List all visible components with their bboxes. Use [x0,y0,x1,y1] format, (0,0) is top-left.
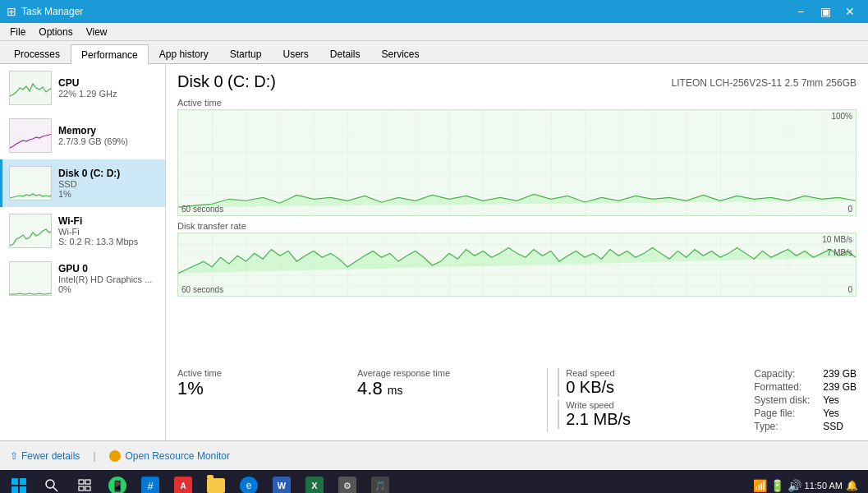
gpu-thumbnail [9,261,52,296]
panel-model: LITEON LCH-256V2S-11 2.5 7mm 256GB [672,77,857,89]
taskbar-tiles[interactable]: # [135,471,166,493]
svg-rect-12 [20,486,26,493]
panel-title: Disk 0 (C: D:) [177,72,276,91]
open-resource-monitor-link[interactable]: Open Resource Monitor [109,450,230,462]
sidebar-item-cpu[interactable]: CPU 22% 1.29 GHz [0,64,165,112]
capacity-key: Capacity: [754,368,810,380]
tab-processes[interactable]: Processes [3,44,71,63]
chart2-top-right: 10 MB/s [822,235,852,244]
memory-thumbnail [9,118,52,153]
right-panel: Disk 0 (C: D:) LITEON LCH-256V2S-11 2.5 … [166,64,868,440]
svg-rect-18 [85,486,90,491]
cpu-thumbnail [9,71,52,105]
write-speed-section: Write speed 2.1 MB/s [558,400,737,429]
maximize-button[interactable]: ▣ [814,2,837,21]
minimize-button[interactable]: − [789,2,812,21]
taskbar-app3[interactable]: ⚙ [332,471,363,493]
svg-rect-9 [11,478,18,485]
active-time-label: Active time [177,368,357,378]
chart2-second-right: 7 MB/s [827,248,852,257]
chart2-svg [178,233,856,296]
whatsapp-icon: 📱 [108,477,126,493]
menu-view[interactable]: View [80,25,114,39]
chevron-up-icon: ⇧ [10,450,18,462]
sidebar-item-disk[interactable]: Disk 0 (C: D:) SSD 1% [0,159,165,207]
chart1-svg [178,110,856,215]
tab-users[interactable]: Users [272,44,319,63]
speed-stats: Read speed 0 KB/s Write speed 2.1 MB/s [558,368,737,432]
tab-performance[interactable]: Performance [71,44,149,64]
taskbar-folder[interactable] [200,471,232,493]
app3-icon: ⚙ [338,477,356,493]
read-speed-section: Read speed 0 KB/s [558,368,737,397]
chart1-container: 100% 60 seconds 0 [177,109,857,216]
chart1-bottom-left: 60 seconds [181,205,223,214]
network-icon: 📶 [753,479,767,492]
taskbar-whatsapp[interactable]: 📱 [102,471,133,493]
wifi-value: S: 0.2 R: 13.3 Mbps [58,237,158,246]
systemdisk-val: Yes [823,394,857,406]
panel-header: Disk 0 (C: D:) LITEON LCH-256V2S-11 2.5 … [177,72,857,91]
battery-icon: 🔋 [770,479,784,492]
write-speed-label: Write speed [566,400,737,410]
start-button[interactable] [3,471,34,493]
systemdisk-key: System disk: [754,394,810,406]
resource-monitor-label: Open Resource Monitor [126,450,230,462]
svg-rect-11 [11,486,18,493]
tab-startup[interactable]: Startup [219,44,273,63]
notification-icon: 🔔 [846,480,858,491]
menu-options[interactable]: Options [32,25,79,39]
svg-rect-10 [20,478,26,485]
taskbar-edge[interactable]: e [233,471,264,493]
search-button[interactable] [36,471,67,493]
wifi-title: Wi-Fi [58,215,158,227]
taskbar-word[interactable]: W [266,471,297,493]
gpu-value: 0% [58,284,158,294]
wifi-subtitle: Wi-Fi [58,227,158,237]
pagefile-val: Yes [823,408,857,419]
sidebar-item-memory[interactable]: Memory 2.7/3.9 GB (69%) [0,112,165,159]
tab-services[interactable]: Services [371,44,430,63]
taskbar-excel[interactable]: X [299,471,330,493]
chart2-section: Disk transfer rate 10 MB/s 7 MB/s [177,221,857,300]
excel-icon: X [305,477,324,493]
taskbar-app4[interactable]: 🎵 [365,471,396,493]
taskview-button[interactable] [69,471,100,493]
svg-line-14 [53,487,57,491]
tiles-icon: # [141,477,159,493]
memory-title: Memory [58,125,158,136]
menu-file[interactable]: File [3,25,32,39]
time-display: 11:50 AM [805,480,843,491]
acrobat-icon: A [174,477,192,493]
formatted-val: 239 GB [823,381,857,393]
gpu-title: GPU 0 [58,263,158,274]
read-speed-label: Read speed [566,368,737,378]
resource-monitor-icon [109,450,121,462]
capacity-val: 239 GB [823,368,857,380]
wifi-thumbnail [9,214,52,248]
taskbar-acrobat[interactable]: A [168,471,199,493]
disk-title: Disk 0 (C: D:) [58,168,158,179]
sidebar: CPU 22% 1.29 GHz Memory 2.7/3.9 GB (69%) [0,64,166,440]
tab-app-history[interactable]: App history [149,44,219,63]
fewer-details-label: Fewer details [21,450,80,462]
memory-subtitle: 2.7/3.9 GB (69%) [58,136,158,146]
fewer-details-link[interactable]: ⇧ Fewer details [10,450,80,462]
cpu-subtitle: 22% 1.29 GHz [58,89,158,99]
app-icon: ⊞ [7,5,16,18]
sidebar-item-wifi[interactable]: Wi-Fi Wi-Fi S: 0.2 R: 13.3 Mbps [0,207,165,255]
folder-icon [207,478,225,493]
disk-value: 1% [58,189,158,199]
avg-response-value: 4.8 ms [357,378,537,399]
gpu-subtitle: Intel(R) HD Graphics ... [58,274,158,284]
close-button[interactable]: ✕ [838,2,861,21]
pagefile-key: Page file: [754,408,810,419]
disk-thumbnail [9,166,52,200]
taskbar-right: 📶 🔋 🔊 11:50 AM 🔔 [753,479,865,492]
svg-rect-3 [10,214,52,248]
tab-details[interactable]: Details [319,44,371,63]
read-speed-value: 0 KB/s [566,378,737,397]
stats-area: Active time 1% Average response time 4.8… [177,368,857,432]
tab-bar: Processes Performance App history Startu… [0,41,868,64]
sidebar-item-gpu[interactable]: GPU 0 Intel(R) HD Graphics ... 0% [0,255,165,302]
